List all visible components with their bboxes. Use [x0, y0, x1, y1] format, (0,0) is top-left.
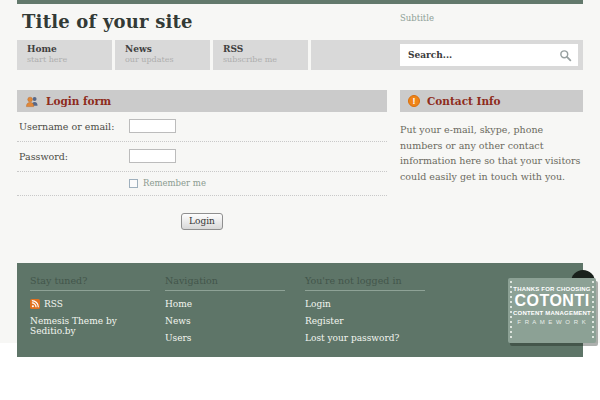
contact-info-text: Put your e-mail, skype, phone numbers or…	[400, 122, 583, 185]
footer-column-stay-tuned: Stay tuned? RSS Nemesis Theme by Sediti	[30, 275, 165, 350]
footer-heading-not-logged-in: You're not logged in	[305, 275, 425, 291]
nav-item-subtitle: our updates	[125, 55, 210, 64]
footer-link-lost-password[interactable]: Lost your password?	[305, 333, 465, 343]
nav-item-label: News	[125, 44, 210, 54]
password-label: Password:	[19, 151, 129, 162]
rss-icon	[30, 299, 40, 309]
login-form-panel: Login form Username or email: Password: …	[17, 90, 387, 230]
nav-item-home[interactable]: Home start here	[17, 40, 112, 70]
footer-link-label: Home	[165, 299, 192, 309]
login-button-row: Login	[17, 196, 387, 230]
site-subtitle: Subtitle	[400, 13, 434, 23]
cotonti-badge[interactable]: THANKS FOR CHOOSING COTONTI CONTENT MANA…	[508, 278, 596, 343]
footer-link-label: News	[165, 316, 191, 326]
footer-column-account: You're not logged in Login Register Lost…	[305, 275, 465, 350]
page-container: Title of your site Subtitle Home start h…	[17, 0, 583, 357]
nav-item-news[interactable]: News our updates	[115, 40, 210, 70]
contact-info-panel: ! Contact Info Put your e-mail, skype, p…	[400, 90, 583, 230]
footer-heading-navigation: Navigation	[165, 275, 285, 291]
remember-row: Remember me	[17, 172, 387, 196]
users-icon	[25, 95, 39, 108]
badge-line-framework: F R A M E W O R K	[508, 319, 596, 325]
badge-line-cms: CONTENT MANAGEMENT	[508, 310, 596, 316]
site-header: Title of your site Subtitle	[17, 4, 583, 40]
username-input[interactable]	[129, 119, 176, 133]
main-content: Login form Username or email: Password: …	[17, 90, 583, 230]
footer-link-home[interactable]: Home	[165, 299, 305, 309]
footer-link-label: Login	[305, 299, 331, 309]
nav-item-subtitle: subscribe me	[223, 55, 308, 64]
footer-list: Home News Users	[165, 299, 305, 343]
nav-filler	[311, 40, 583, 70]
search-input[interactable]	[400, 50, 559, 60]
password-row: Password:	[17, 142, 387, 172]
contact-info-header: ! Contact Info	[400, 90, 583, 112]
contact-info-title: Contact Info	[427, 95, 501, 107]
exclamation-icon: !	[408, 95, 420, 107]
site-title: Title of your site	[22, 11, 193, 32]
footer-list: Login Register Lost your password?	[305, 299, 465, 343]
footer-heading-stay-tuned: Stay tuned?	[30, 275, 150, 291]
footer-link-users[interactable]: Users	[165, 333, 305, 343]
footer-link-register[interactable]: Register	[305, 316, 465, 326]
nav-item-subtitle: start here	[27, 55, 112, 64]
login-button[interactable]: Login	[181, 213, 223, 230]
badge-line-cotonti: COTONTI	[508, 292, 596, 310]
footer-link-label: Users	[165, 333, 191, 343]
footer-link-rss[interactable]: RSS	[30, 299, 165, 309]
username-row: Username or email:	[17, 112, 387, 142]
remember-label[interactable]: Remember me	[143, 178, 206, 188]
page: Title of your site Subtitle Home start h…	[0, 0, 600, 400]
footer-link-label: RSS	[44, 299, 63, 309]
login-form-title: Login form	[46, 95, 111, 107]
footer-link-label: Register	[305, 316, 344, 326]
search-icon[interactable]	[559, 49, 572, 62]
footer: Stay tuned? RSS Nemesis Theme by Sediti	[17, 263, 583, 357]
username-label: Username or email:	[19, 121, 129, 132]
footer-columns: Stay tuned? RSS Nemesis Theme by Sediti	[30, 275, 583, 350]
main-navigation: Home start here News our updates RSS sub…	[17, 40, 583, 70]
search-box	[400, 44, 578, 66]
login-form-header: Login form	[17, 90, 387, 112]
password-input[interactable]	[129, 149, 176, 163]
nav-item-label: Home	[27, 44, 112, 54]
nav-item-rss[interactable]: RSS subscribe me	[213, 40, 308, 70]
nav-item-label: RSS	[223, 44, 308, 54]
remember-checkbox[interactable]	[129, 179, 138, 188]
footer-link-label: Lost your password?	[305, 333, 399, 343]
badge-stamp: THANKS FOR CHOOSING COTONTI CONTENT MANA…	[508, 278, 596, 343]
theme-credit: Nemesis Theme by Seditio.by	[30, 316, 165, 336]
footer-link-login[interactable]: Login	[305, 299, 465, 309]
footer-list: RSS Nemesis Theme by Seditio.by	[30, 299, 165, 336]
footer-link-news[interactable]: News	[165, 316, 305, 326]
footer-column-navigation: Navigation Home News Users	[165, 275, 305, 350]
